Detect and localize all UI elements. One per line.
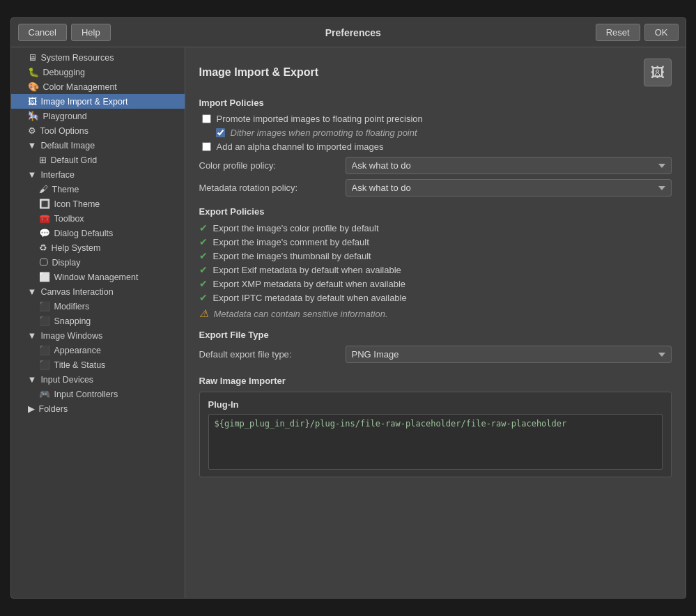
sidebar-label-title-status: Title & Status (54, 360, 106, 370)
sidebar-icon-window-management: ⬜ (39, 272, 50, 282)
metadata-warning-row: ⚠ Metadata can contain sensitive informa… (199, 307, 672, 320)
export-file-type-header: Export File Type (199, 330, 672, 340)
sidebar-label-tool-options: Tool Options (40, 126, 88, 136)
sidebar-item-dialog-defaults[interactable]: 💬Dialog Defaults (11, 226, 185, 240)
color-profile-row: Color profile policy: Ask what to do Kee… (199, 157, 672, 174)
sidebar-icon-default-image: ▼ (28, 140, 37, 151)
sidebar-icon-help-system: ♻ (39, 242, 47, 253)
promote-float-label: Promote imported images to floating poin… (217, 114, 423, 124)
metadata-rotation-label: Metadata rotation policy: (199, 183, 339, 193)
export-iptc-checkmark: ✔ (199, 292, 208, 303)
sidebar-icon-title-status: ⬛ (39, 360, 50, 370)
sidebar-item-interface[interactable]: ▼Interface (11, 167, 185, 182)
sidebar-item-playground[interactable]: 🎠Playground (11, 109, 185, 123)
sidebar-item-window-management[interactable]: ⬜Window Management (11, 270, 185, 284)
sidebar-item-title-status[interactable]: ⬛Title & Status (11, 357, 185, 372)
sidebar-item-system-resources[interactable]: 🖥System Resources (11, 50, 185, 65)
sidebar-icon-dialog-defaults: 💬 (39, 228, 50, 238)
raw-image-importer-section: Raw Image Importer Plug-In ${gimp_plug_i… (199, 376, 672, 477)
sidebar-item-display[interactable]: 🖵Display (11, 255, 185, 270)
export-exif-row: ✔ Export Exif metadata by default when a… (199, 264, 672, 275)
sidebar-label-folders: Folders (39, 404, 68, 414)
export-thumbnail-checkmark: ✔ (199, 250, 208, 261)
sidebar-icon-playground: 🎠 (28, 111, 39, 121)
sidebar-icon-modifiers: ⬛ (39, 301, 50, 311)
help-button[interactable]: Help (71, 24, 111, 41)
sidebar-item-color-management[interactable]: 🎨Color Management (11, 79, 185, 94)
export-comment-row: ✔ Export the image's comment by default (199, 236, 672, 247)
warning-icon: ⚠ (199, 307, 208, 320)
add-alpha-row: Add an alpha channel to imported images (199, 141, 672, 152)
sidebar-item-input-controllers[interactable]: 🎮Input Controllers (11, 387, 185, 401)
sidebar-label-theme: Theme (52, 185, 79, 194)
sidebar-item-default-grid[interactable]: ⊞Default Grid (11, 153, 185, 167)
export-policies-header: Export Policies (199, 206, 672, 217)
sidebar-item-folders[interactable]: ▶Folders (11, 401, 185, 416)
sidebar-label-default-image: Default Image (40, 141, 95, 151)
export-iptc-label: Export IPTC metadata by default when ava… (213, 293, 407, 303)
import-policies-header: Import Policies (199, 98, 672, 108)
sidebar-item-image-windows[interactable]: ▼Image Windows (11, 328, 185, 343)
sidebar-item-theme[interactable]: 🖌Theme (11, 182, 185, 197)
cancel-button[interactable]: Cancel (18, 24, 67, 41)
sidebar-icon-snapping: ⬛ (39, 316, 50, 326)
add-alpha-checkbox[interactable] (202, 142, 211, 151)
sidebar-item-icon-theme[interactable]: 🔳Icon Theme (11, 197, 185, 211)
panel-icon: 🖼 (644, 59, 672, 86)
raw-box: Plug-In ${gimp_plug_in_dir}/plug-ins/fil… (199, 392, 672, 477)
sidebar-label-debugging: Debugging (43, 68, 85, 77)
sidebar-icon-debugging: 🐛 (28, 67, 39, 77)
sidebar-label-image-windows: Image Windows (40, 331, 102, 341)
metadata-rotation-select[interactable]: Ask what to do Always rotate Never rotat… (346, 179, 672, 197)
export-xmp-label: Export XMP metadata by default when avai… (213, 279, 406, 289)
sidebar-item-tool-options[interactable]: ⚙Tool Options (11, 123, 185, 138)
dither-float-checkbox[interactable] (216, 128, 225, 137)
import-export-icon: 🖼 (651, 65, 665, 81)
export-comment-checkmark: ✔ (199, 236, 208, 247)
export-comment-label: Export the image's comment by default (213, 237, 369, 247)
panel-header: Image Import & Export 🖼 (199, 59, 672, 86)
sidebar-icon-input-controllers: 🎮 (39, 389, 50, 399)
sidebar-item-image-import-export[interactable]: 🖼Image Import & Export (11, 94, 185, 109)
sidebar-icon-icon-theme: 🔳 (39, 199, 50, 209)
sidebar-icon-input-devices: ▼ (28, 374, 37, 385)
sidebar-item-default-image[interactable]: ▼Default Image (11, 138, 185, 153)
sidebar-item-appearance[interactable]: ⬛Appearance (11, 343, 185, 357)
sidebar-item-debugging[interactable]: 🐛Debugging (11, 65, 185, 79)
sidebar-label-default-grid: Default Grid (51, 155, 98, 165)
ok-button[interactable]: OK (644, 24, 679, 41)
main-content: 🖥System Resources🐛Debugging🎨Color Manage… (11, 47, 686, 598)
sidebar-icon-tool-options: ⚙ (28, 125, 36, 136)
dither-float-row: Dither images when promoting to floating… (199, 128, 672, 138)
sidebar-label-interface: Interface (40, 170, 75, 180)
sidebar-label-icon-theme: Icon Theme (54, 199, 100, 209)
sidebar-label-canvas-interaction: Canvas Interaction (40, 287, 113, 297)
sidebar-item-canvas-interaction[interactable]: ▼Canvas Interaction (11, 284, 185, 299)
sidebar-label-color-management: Color Management (43, 82, 117, 92)
dither-float-label: Dither images when promoting to floating… (231, 128, 417, 138)
promote-float-checkbox[interactable] (202, 114, 211, 123)
sidebar-icon-image-windows: ▼ (28, 330, 37, 341)
sidebar-label-playground: Playground (43, 111, 87, 121)
sidebar-item-modifiers[interactable]: ⬛Modifiers (11, 299, 185, 314)
plug-in-path: ${gimp_plug_in_dir}/plug-ins/file-raw-pl… (208, 414, 663, 470)
sidebar: 🖥System Resources🐛Debugging🎨Color Manage… (11, 47, 185, 598)
export-color-profile-label: Export the image's color profile by defa… (213, 223, 379, 233)
right-panel: Image Import & Export 🖼 Import Policies … (185, 47, 686, 598)
sidebar-item-snapping[interactable]: ⬛Snapping (11, 314, 185, 328)
sidebar-item-help-system[interactable]: ♻Help System (11, 240, 185, 255)
preferences-dialog: Cancel Help Preferences Reset OK 🖥System… (10, 17, 686, 599)
export-xmp-checkmark: ✔ (199, 278, 208, 289)
plug-in-label: Plug-In (208, 399, 663, 410)
sidebar-item-input-devices[interactable]: ▼Input Devices (11, 372, 185, 387)
panel-title: Image Import & Export (199, 66, 319, 79)
sidebar-item-toolbox[interactable]: 🧰Toolbox (11, 211, 185, 226)
reset-button[interactable]: Reset (596, 24, 640, 41)
color-profile-label: Color profile policy: (199, 160, 339, 171)
sidebar-icon-toolbox: 🧰 (39, 213, 50, 224)
export-exif-label: Export Exif metadata by default when ava… (213, 265, 401, 275)
sidebar-label-display: Display (52, 258, 81, 268)
default-export-select[interactable]: PNG Image JPEG Image TIFF Image BMP Imag… (346, 346, 672, 363)
color-profile-select[interactable]: Ask what to do Keep embedded profile Con… (346, 157, 672, 174)
sidebar-label-input-devices: Input Devices (40, 375, 93, 385)
